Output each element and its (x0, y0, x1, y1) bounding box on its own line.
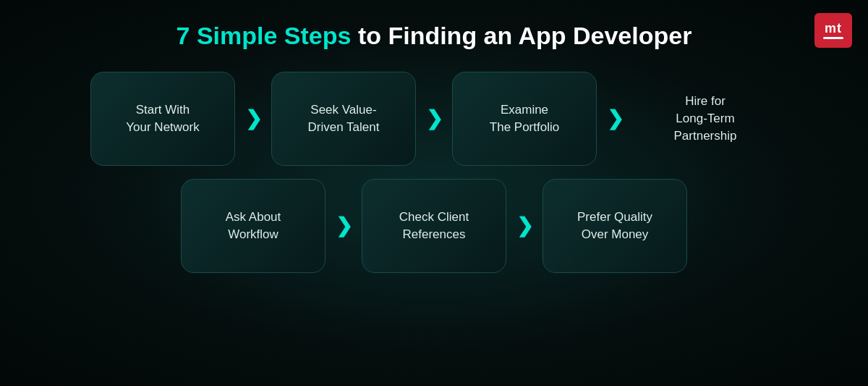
arrow-icon-3: ❯ (607, 109, 624, 129)
card-ask-workflow-label: Ask AboutWorkflow (226, 209, 281, 243)
card-start-network: Start WithYour Network (90, 72, 235, 166)
card-seek-value: Seek Value-Driven Talent (271, 72, 416, 166)
arrow-5: ❯ (506, 216, 542, 236)
card-hire-longterm-label: Hire forLong-TermPartnership (674, 93, 737, 144)
card-start-network-label: Start WithYour Network (126, 101, 199, 136)
card-prefer-quality-label: Prefer QualityOver Money (577, 209, 652, 243)
arrow-2: ❯ (416, 109, 452, 129)
logo-underline (823, 37, 843, 39)
card-seek-value-label: Seek Value-Driven Talent (308, 101, 380, 136)
logo: mt (814, 13, 852, 48)
title-highlight: 7 Simple Steps (176, 22, 352, 49)
arrow-icon-2: ❯ (426, 109, 443, 129)
card-examine-portfolio-label: ExamineThe Portfolio (490, 101, 559, 136)
card-examine-portfolio: ExamineThe Portfolio (452, 72, 597, 166)
arrow-1: ❯ (235, 109, 271, 129)
title-rest: to Finding an App Developer (351, 22, 692, 49)
steps-container: Start WithYour Network ❯ Seek Value-Driv… (29, 72, 839, 273)
arrow-icon-1: ❯ (245, 109, 262, 129)
page-title: 7 Simple Steps to Finding an App Develop… (176, 22, 692, 50)
card-check-references: Check ClientReferences (362, 179, 506, 273)
arrow-icon-5: ❯ (516, 216, 533, 236)
page-wrapper: mt 7 Simple Steps to Finding an App Deve… (0, 0, 868, 386)
card-hire-longterm: Hire forLong-TermPartnership (633, 72, 778, 166)
row-1: Start WithYour Network ❯ Seek Value-Driv… (90, 72, 778, 166)
card-ask-workflow: Ask AboutWorkflow (181, 179, 326, 273)
card-prefer-quality: Prefer QualityOver Money (542, 179, 687, 273)
row-2: Ask AboutWorkflow ❯ Check ClientReferenc… (181, 179, 687, 273)
logo-text: mt (825, 22, 842, 35)
arrow-icon-4: ❯ (336, 216, 352, 236)
arrow-3: ❯ (597, 109, 633, 129)
arrow-4: ❯ (326, 216, 362, 236)
card-check-references-label: Check ClientReferences (399, 209, 469, 243)
